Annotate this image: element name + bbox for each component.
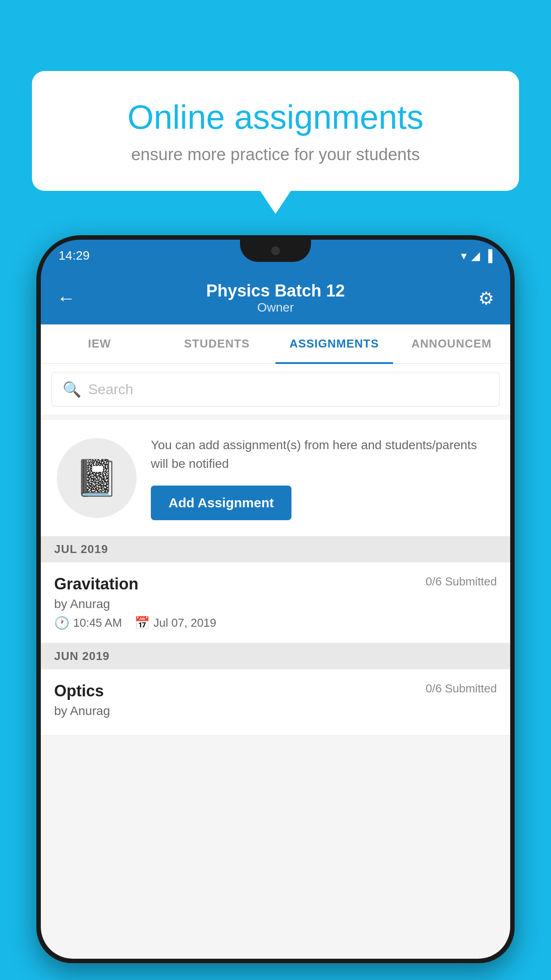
calendar-icon: 📅 bbox=[134, 616, 150, 630]
phone-wrapper: 14:29 ▾ ◢ ▐ ← Physics Batch 12 Owner ⚙ bbox=[36, 235, 515, 980]
search-placeholder: Search bbox=[88, 381, 133, 398]
tabs-bar: IEW STUDENTS ASSIGNMENTS ANNOUNCEM bbox=[41, 324, 510, 364]
promo-right: You can add assignment(s) from here and … bbox=[151, 436, 494, 520]
assignment-submitted-optics: 0/6 Submitted bbox=[426, 682, 497, 695]
status-time: 14:29 bbox=[59, 249, 90, 263]
assignment-top: Gravitation 0/6 Submitted bbox=[54, 575, 497, 593]
app-header: ← Physics Batch 12 Owner ⚙ bbox=[41, 272, 510, 324]
assignment-promo: 📓 You can add assignment(s) from here an… bbox=[41, 420, 510, 536]
add-assignment-button[interactable]: Add Assignment bbox=[151, 486, 291, 520]
bubble-title: Online assignments bbox=[63, 98, 488, 136]
tab-students[interactable]: STUDENTS bbox=[158, 324, 276, 363]
signal-icon: ◢ bbox=[471, 249, 480, 263]
promo-icon-circle: 📓 bbox=[57, 438, 137, 518]
month-separator-jul: JUL 2019 bbox=[41, 536, 510, 562]
meta-date: 📅 Jul 07, 2019 bbox=[134, 616, 216, 630]
status-icons: ▾ ◢ ▐ bbox=[461, 249, 492, 263]
battery-icon: ▐ bbox=[484, 249, 492, 263]
assignment-item-gravitation[interactable]: Gravitation 0/6 Submitted by Anurag 🕐 10… bbox=[41, 562, 510, 643]
speech-bubble: Online assignments ensure more practice … bbox=[32, 71, 519, 191]
assignment-submitted: 0/6 Submitted bbox=[426, 575, 497, 589]
phone-frame: 14:29 ▾ ◢ ▐ ← Physics Batch 12 Owner ⚙ bbox=[36, 235, 515, 963]
promo-text: You can add assignment(s) from here and … bbox=[151, 436, 494, 473]
assignment-top-optics: Optics 0/6 Submitted bbox=[54, 682, 497, 700]
tab-iew[interactable]: IEW bbox=[41, 324, 158, 363]
search-bar-container: 🔍 Search bbox=[41, 364, 510, 415]
screen-content: 🔍 Search 📓 You can add assignment(s) fro… bbox=[41, 364, 510, 959]
meta-time: 🕐 10:45 AM bbox=[54, 616, 122, 630]
wifi-icon: ▾ bbox=[461, 249, 467, 263]
assignment-by-optics: by Anurag bbox=[54, 704, 497, 718]
batch-title: Physics Batch 12 bbox=[206, 281, 345, 300]
assignment-item-optics[interactable]: Optics 0/6 Submitted by Anurag bbox=[41, 669, 510, 735]
tab-announcements[interactable]: ANNOUNCEM bbox=[393, 324, 511, 363]
bubble-subtitle: ensure more practice for your students bbox=[63, 145, 488, 164]
back-button[interactable]: ← bbox=[57, 288, 83, 309]
assignment-name: Gravitation bbox=[54, 575, 138, 593]
status-bar: 14:29 ▾ ◢ ▐ bbox=[41, 240, 510, 272]
settings-icon[interactable]: ⚙ bbox=[468, 288, 494, 308]
batch-subtitle: Owner bbox=[206, 300, 345, 315]
assignment-time: 10:45 AM bbox=[73, 616, 122, 630]
camera-dot bbox=[271, 246, 280, 255]
header-title-block: Physics Batch 12 Owner bbox=[206, 281, 345, 315]
assignment-by: by Anurag bbox=[54, 597, 497, 611]
month-separator-jun: JUN 2019 bbox=[41, 643, 510, 669]
clock-icon: 🕐 bbox=[54, 616, 70, 630]
phone-inner: 14:29 ▾ ◢ ▐ ← Physics Batch 12 Owner ⚙ bbox=[41, 240, 510, 959]
assignment-meta: 🕐 10:45 AM 📅 Jul 07, 2019 bbox=[54, 616, 497, 630]
assignment-date: Jul 07, 2019 bbox=[153, 616, 216, 630]
search-bar[interactable]: 🔍 Search bbox=[51, 372, 500, 407]
notebook-icon: 📓 bbox=[75, 457, 119, 499]
search-icon: 🔍 bbox=[63, 380, 81, 398]
assignment-name-optics: Optics bbox=[54, 682, 104, 700]
tab-assignments[interactable]: ASSIGNMENTS bbox=[276, 324, 393, 363]
notch bbox=[240, 240, 311, 262]
